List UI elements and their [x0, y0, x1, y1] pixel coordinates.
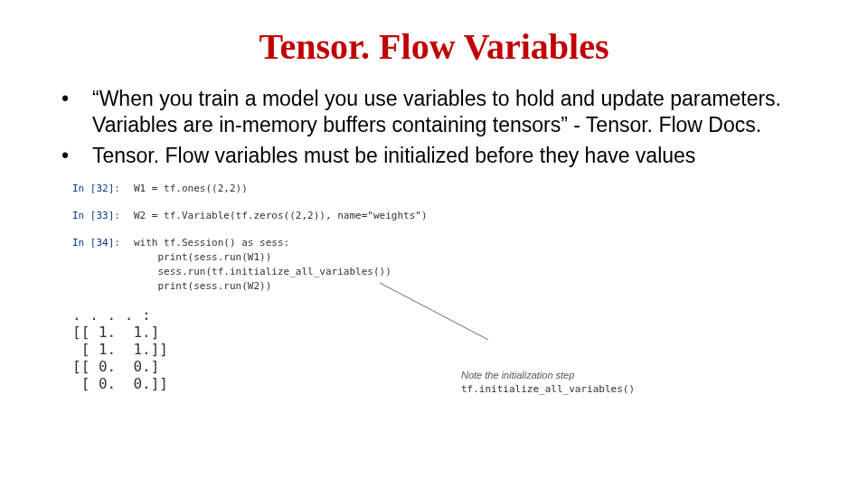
output-line: [ 1. 1.]]	[72, 341, 579, 358]
prompt-label: In [32]:	[72, 182, 134, 196]
slide: Tensor. Flow Variables “When you train a…	[0, 0, 868, 488]
code-text: W1 = tf.ones((2,2))	[134, 182, 248, 196]
code-text: W2 = tf.Variable(tf.zeros((2,2)), name="…	[134, 209, 428, 223]
bullet-list: “When you train a model you use variable…	[45, 86, 823, 169]
note-code: tf.initialize_all_variables()	[461, 383, 635, 395]
prompt-label: In [33]:	[72, 209, 134, 223]
annotation-note: Note the initialization step tf.initiali…	[461, 369, 651, 396]
code-text: print(sess.run(W2))	[134, 279, 271, 294]
code-cell: In [34]: with tf.Session() as sess:	[72, 236, 579, 250]
bullet-item: “When you train a model you use variable…	[45, 86, 823, 139]
code-text: with tf.Session() as sess:	[134, 236, 289, 250]
code-cell: sess.run(tf.initialize_all_variables())	[72, 265, 579, 279]
code-area: In [32]: W1 = tf.ones((2,2)) In [33]: W2…	[72, 182, 579, 392]
code-text: sess.run(tf.initialize_all_variables())	[134, 265, 392, 279]
code-text: print(sess.run(W1))	[134, 250, 271, 265]
slide-title: Tensor. Flow Variables	[45, 25, 823, 68]
bullet-item: Tensor. Flow variables must be initializ…	[45, 143, 823, 169]
code-cell: In [33]: W2 = tf.Variable(tf.zeros((2,2)…	[72, 209, 579, 223]
code-cell: print(sess.run(W1))	[72, 250, 579, 265]
code-cell: In [32]: W1 = tf.ones((2,2))	[72, 182, 579, 196]
code-cell: print(sess.run(W2))	[72, 279, 579, 294]
output-line: [[ 1. 1.]	[72, 324, 579, 341]
prompt-label: In [34]:	[72, 236, 134, 250]
note-text: Note the initialization step	[461, 370, 574, 380]
output-line: . . . . :	[72, 306, 579, 324]
